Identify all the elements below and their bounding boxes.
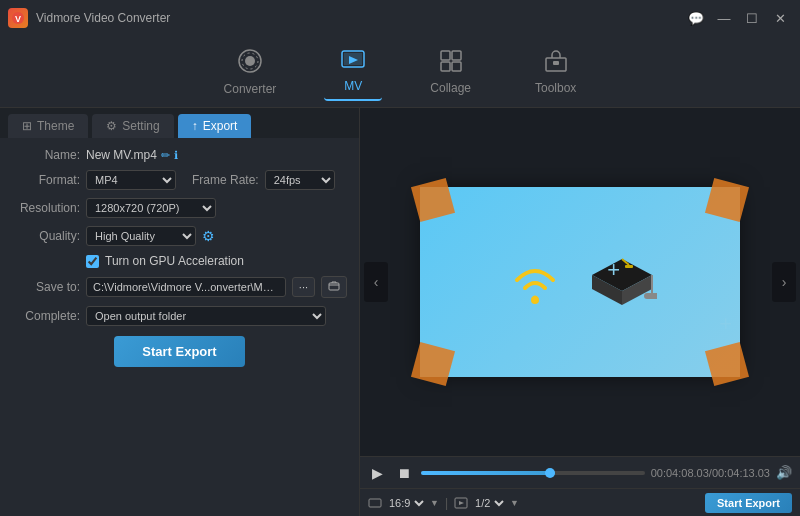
- gpu-checkbox[interactable]: [86, 255, 99, 268]
- svg-point-3: [245, 56, 255, 66]
- complete-label: Complete:: [12, 309, 80, 323]
- volume-button[interactable]: 🔊: [776, 465, 792, 480]
- ratio-dropdown-icon: ▼: [430, 498, 439, 508]
- progress-fill: [421, 471, 555, 475]
- plus-icon: +: [607, 257, 620, 283]
- preview-next-button[interactable]: ›: [772, 262, 796, 302]
- stop-button[interactable]: ⏹: [393, 463, 415, 483]
- play-button[interactable]: ▶: [368, 463, 387, 483]
- edit-name-icon[interactable]: ✏: [161, 149, 170, 162]
- nav-mv[interactable]: MV: [324, 43, 382, 101]
- tab-theme[interactable]: ⊞ Theme: [8, 114, 88, 138]
- gpu-row: Turn on GPU Acceleration: [86, 254, 347, 268]
- maximize-button[interactable]: ☐: [740, 8, 764, 28]
- corner-tape-bl: [411, 342, 455, 386]
- quality-row: Quality: High Quality Medium Quality Low…: [12, 226, 347, 246]
- format-row: Format: MP4 MKV AVI MOV Frame Rate: 24fp…: [12, 170, 347, 190]
- svg-rect-11: [452, 62, 461, 71]
- nav-converter-label: Converter: [224, 82, 277, 96]
- fps-select[interactable]: 24fps 30fps 60fps: [265, 170, 335, 190]
- svg-rect-13: [553, 61, 559, 65]
- export-settings: Name: New MV.mp4 ✏ ℹ Format: MP4 MKV AVI…: [0, 138, 359, 516]
- resolution-label: Resolution:: [12, 201, 80, 215]
- nav-collage-label: Collage: [430, 81, 471, 95]
- svg-text:V: V: [15, 14, 21, 24]
- preview-wifi-icon: [503, 250, 567, 314]
- tab-setting[interactable]: ⚙ Setting: [92, 114, 173, 138]
- preview-grad-icon: [587, 251, 657, 314]
- svg-rect-10: [441, 62, 450, 71]
- toolbox-icon: [544, 49, 568, 77]
- nav-collage[interactable]: Collage: [414, 43, 487, 101]
- frame-rate-label: Frame Rate:: [192, 173, 259, 187]
- converter-icon: [237, 48, 263, 78]
- progress-bar[interactable]: [421, 471, 645, 475]
- complete-select[interactable]: Open output folder Do nothing Shut down …: [86, 306, 326, 326]
- app-icon: V: [8, 8, 28, 28]
- plus-icon-2: +: [719, 311, 732, 337]
- save-row: Save to: C:\Vidmore\Vidmore V...onverter…: [12, 276, 347, 298]
- svg-rect-9: [452, 51, 461, 60]
- preview-frame: + +: [420, 187, 740, 377]
- app-title: Vidmore Video Converter: [36, 11, 684, 25]
- start-export-button[interactable]: Start Export: [114, 336, 244, 367]
- svg-rect-23: [369, 499, 381, 507]
- quality-select[interactable]: High Quality Medium Quality Low Quality: [86, 226, 196, 246]
- page-select[interactable]: 1/2 2/2: [471, 496, 507, 510]
- start-export-right-button[interactable]: Start Export: [705, 493, 792, 513]
- format-label: Format:: [12, 173, 80, 187]
- nav-toolbox-label: Toolbox: [535, 81, 576, 95]
- theme-icon: ⊞: [22, 119, 32, 133]
- gpu-label: Turn on GPU Acceleration: [105, 254, 244, 268]
- name-label: Name:: [12, 148, 80, 162]
- progress-thumb: [545, 468, 555, 478]
- page-dropdown-icon: ▼: [510, 498, 519, 508]
- export-tab-icon: ↑: [192, 119, 198, 133]
- panel-tabs: ⊞ Theme ⚙ Setting ↑ Export: [0, 108, 359, 138]
- svg-rect-14: [329, 283, 339, 290]
- preview-prev-button[interactable]: ‹: [364, 262, 388, 302]
- separator-1: |: [445, 496, 448, 510]
- setting-icon: ⚙: [106, 119, 117, 133]
- nav-toolbox[interactable]: Toolbox: [519, 43, 592, 101]
- left-panel: ⊞ Theme ⚙ Setting ↑ Export Name: New MV.…: [0, 108, 360, 516]
- svg-marker-25: [459, 501, 464, 505]
- ratio-select[interactable]: 16:9 4:3 1:1: [385, 496, 427, 510]
- close-button[interactable]: ✕: [768, 8, 792, 28]
- page-indicator: 1/2 2/2 ▼: [454, 496, 519, 510]
- quality-settings-icon[interactable]: ⚙: [202, 228, 215, 244]
- ratio-icon: [368, 498, 382, 508]
- format-select[interactable]: MP4 MKV AVI MOV: [86, 170, 176, 190]
- video-icon: [454, 496, 468, 510]
- info-icon[interactable]: ℹ: [174, 149, 178, 162]
- tab-export[interactable]: ↑ Export: [178, 114, 252, 138]
- main-layout: ⊞ Theme ⚙ Setting ↑ Export Name: New MV.…: [0, 108, 800, 516]
- browse-path-button[interactable]: ···: [292, 277, 315, 297]
- frame-rate-section: Frame Rate: 24fps 30fps 60fps: [192, 170, 335, 190]
- mv-icon: [340, 49, 366, 75]
- name-row: Name: New MV.mp4 ✏ ℹ: [12, 148, 347, 162]
- minimize-button[interactable]: —: [712, 8, 736, 28]
- save-path: C:\Vidmore\Vidmore V...onverter\MV Expor…: [86, 277, 286, 297]
- preview-area: ‹ +: [360, 108, 800, 456]
- corner-tape-br: [705, 342, 749, 386]
- title-bar: V Vidmore Video Converter 💬 — ☐ ✕: [0, 0, 800, 36]
- open-folder-button[interactable]: [321, 276, 347, 298]
- collage-icon: [439, 49, 463, 77]
- window-controls: 💬 — ☐ ✕: [684, 8, 792, 28]
- tab-export-label: Export: [203, 119, 238, 133]
- tab-theme-label: Theme: [37, 119, 74, 133]
- bottom-controls: 16:9 4:3 1:1 ▼ | 1/2 2/2 ▼ Start Export: [360, 488, 800, 516]
- playback-controls: ▶ ⏹ 00:04:08.03/00:04:13.03 🔊: [360, 456, 800, 488]
- time-display: 00:04:08.03/00:04:13.03: [651, 467, 770, 479]
- svg-point-15: [531, 296, 539, 304]
- chat-button[interactable]: 💬: [684, 8, 708, 28]
- resolution-select[interactable]: 1280x720 (720P) 1920x1080 (1080P) 640x48…: [86, 198, 216, 218]
- preview-content: + +: [420, 187, 740, 377]
- nav-mv-label: MV: [344, 79, 362, 93]
- ratio-select-wrap: 16:9 4:3 1:1 ▼: [368, 496, 439, 510]
- right-panel: ‹ +: [360, 108, 800, 516]
- svg-rect-20: [644, 293, 657, 299]
- nav-converter[interactable]: Converter: [208, 42, 293, 102]
- svg-rect-22: [625, 265, 633, 268]
